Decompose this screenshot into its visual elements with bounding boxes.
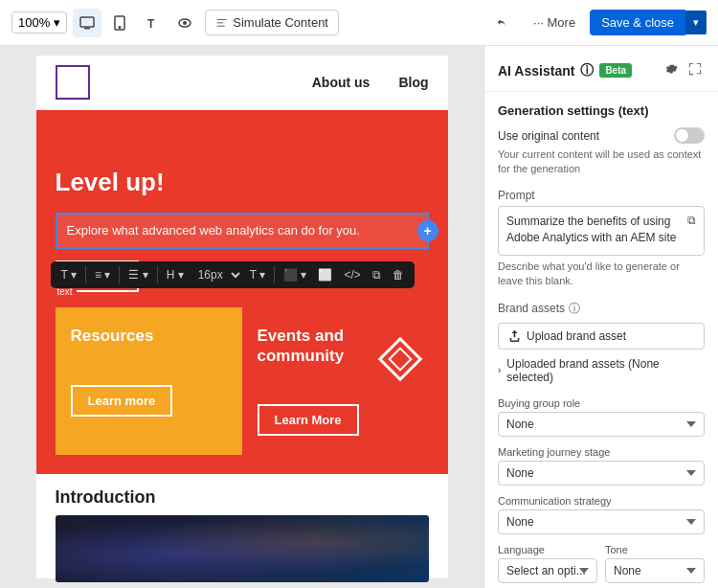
communication-label: Communication strategy <box>498 495 705 507</box>
hero-title[interactable]: Level up! <box>56 168 429 197</box>
tb-sep-3 <box>157 266 158 283</box>
device-icons: T <box>73 9 199 37</box>
simulate-label: Simulate Content <box>233 15 328 30</box>
brand-assets-label: Brand assets ⓘ <box>498 301 705 317</box>
uploaded-brand-row[interactable]: › Uploaded brand assets (None selected) <box>498 357 705 384</box>
use-original-row: Use original content <box>498 127 705 144</box>
svg-rect-1 <box>84 28 90 30</box>
buying-group-label: Buying group role <box>498 397 705 409</box>
buying-group-field: Buying group role None <box>498 397 705 437</box>
right-panel: AI Assistant ⓘ Beta Generation settings … <box>483 46 718 588</box>
diamond-icon <box>371 330 429 388</box>
page-canvas: About us Blog T ▾ ≡ ▾ ☰ ▾ H ▾ 16px14px18… <box>36 56 448 578</box>
panel-info-icon: ⓘ <box>580 62 594 79</box>
use-original-desc: Your current content will be used as con… <box>498 147 705 177</box>
main-area: About us Blog T ▾ ≡ ▾ ☰ ▾ H ▾ 16px14px18… <box>0 46 718 588</box>
lang-tone-row: Language Select an opti... Tone None <box>498 544 705 588</box>
heading-btn[interactable]: H ▾ <box>162 265 189 284</box>
code-btn[interactable]: </> <box>339 265 365 284</box>
beta-badge: Beta <box>599 63 632 78</box>
settings-section-title: Generation settings (text) <box>498 103 705 118</box>
svg-rect-8 <box>389 349 411 371</box>
marketing-journey-select[interactable]: None <box>498 461 705 486</box>
page-nav: About us Blog <box>36 56 448 110</box>
buying-group-select[interactable]: None <box>498 412 705 437</box>
panel-header: AI Assistant ⓘ Beta <box>484 46 718 92</box>
resources-title: Resources <box>71 327 227 346</box>
undo-btn[interactable] <box>488 11 519 35</box>
list-btn[interactable]: ☰ ▾ <box>123 265 152 284</box>
tb-sep-2 <box>119 266 120 283</box>
save-close-dropdown-btn[interactable]: ▾ <box>685 11 707 34</box>
marketing-journey-label: Marketing journey stage <box>498 446 705 458</box>
prompt-copy-btn[interactable]: ⧉ <box>687 214 696 227</box>
brand-assets-text: Brand assets <box>498 302 565 315</box>
tb-T-btn[interactable]: T ▾ <box>245 265 270 284</box>
language-label: Language <box>498 544 597 555</box>
svg-point-6 <box>183 21 187 25</box>
nav-blog[interactable]: Blog <box>398 75 428 90</box>
top-bar-left: 100% ▾ T Simulate Content <box>11 9 339 37</box>
panel-title-text: AI Assistant <box>498 63 574 79</box>
nav-about[interactable]: About us <box>312 75 370 90</box>
panel-settings-btn[interactable] <box>662 59 682 81</box>
upload-brand-btn[interactable]: Upload brand asset <box>498 323 705 350</box>
language-field: Language Select an opti... <box>498 544 597 583</box>
use-original-label: Use original content <box>498 129 599 143</box>
prompt-label: Prompt <box>498 189 705 202</box>
tb-sep-4 <box>274 266 275 283</box>
tone-select[interactable]: None <box>605 558 705 583</box>
text-type-btn[interactable]: T ▾ <box>56 265 81 284</box>
text-btn[interactable]: T <box>138 9 167 37</box>
svg-rect-7 <box>379 339 419 379</box>
marketing-journey-field: Marketing journey stage None <box>498 446 705 486</box>
prompt-box[interactable]: Summarize the benefits of using Adobe An… <box>498 206 705 256</box>
svg-point-3 <box>119 26 121 28</box>
more-label: ··· More <box>533 15 575 30</box>
panel-title: AI Assistant ⓘ Beta <box>498 62 632 79</box>
top-bar-right: ··· More Save & close ▾ <box>488 10 707 35</box>
block-btn[interactable]: ⬜ <box>313 265 337 284</box>
text-align-btn[interactable]: ≡ ▾ <box>90 265 115 284</box>
resources-col: Resources Learn more <box>56 307 242 455</box>
intro-section: Introduction <box>36 474 448 588</box>
communication-field: Communication strategy None <box>498 495 705 534</box>
image-btn[interactable]: ⬛ ▾ <box>279 265 311 284</box>
zoom-select[interactable]: 100% ▾ <box>11 11 67 34</box>
more-btn[interactable]: ··· More <box>525 10 584 35</box>
canvas-area: About us Blog T ▾ ≡ ▾ ☰ ▾ H ▾ 16px14px18… <box>0 46 483 588</box>
expand-arrow-icon: › <box>498 365 501 375</box>
desktop-device-btn[interactable] <box>73 9 101 37</box>
text-toolbar: T ▾ ≡ ▾ ☰ ▾ H ▾ 16px14px18px24px T ▾ ⬛ ▾… <box>51 261 415 288</box>
save-close-btn[interactable]: Save & close ▾ <box>590 10 707 35</box>
prompt-text: Summarize the benefits of using Adobe An… <box>506 214 684 246</box>
prompt-hint: Describe what you'd like to generate or … <box>498 260 705 289</box>
delete-btn[interactable]: 🗑 <box>388 265 409 284</box>
language-select[interactable]: Select an opti... <box>498 558 597 583</box>
intro-title: Introduction <box>56 487 429 508</box>
font-size-select[interactable]: 16px14px18px24px <box>191 265 243 284</box>
tb-sep-1 <box>85 266 86 283</box>
resources-learn-more-btn[interactable]: Learn more <box>71 385 173 417</box>
upload-brand-label: Upload brand asset <box>527 329 626 343</box>
brand-info-icon: ⓘ <box>569 301 580 317</box>
add-element-btn[interactable]: + <box>417 220 438 241</box>
tone-label: Tone <box>605 544 705 555</box>
tone-field: Tone None <box>605 544 705 583</box>
use-original-toggle[interactable] <box>674 127 705 144</box>
communication-select[interactable]: None <box>498 509 705 534</box>
copy-btn[interactable]: ⧉ <box>368 265 386 284</box>
selected-text-box[interactable]: Explore what advanced web analytics can … <box>56 213 429 249</box>
uploaded-brand-label: Uploaded brand assets (None selected) <box>506 357 705 384</box>
events-learn-more-btn[interactable]: Learn More <box>258 404 359 436</box>
simulate-content-btn[interactable]: Simulate Content <box>205 10 339 35</box>
preview-btn[interactable] <box>170 9 199 37</box>
tablet-device-btn[interactable] <box>105 9 134 37</box>
nav-logo <box>56 65 90 100</box>
save-close-main-btn[interactable]: Save & close <box>590 10 685 35</box>
selected-text: Explore what advanced web analytics can … <box>67 223 360 237</box>
top-bar: 100% ▾ T Simulate Content ··· M <box>0 0 718 46</box>
zoom-chevron-icon: ▾ <box>54 15 60 30</box>
svg-text:T: T <box>147 17 155 31</box>
panel-expand-btn[interactable] <box>685 59 705 81</box>
